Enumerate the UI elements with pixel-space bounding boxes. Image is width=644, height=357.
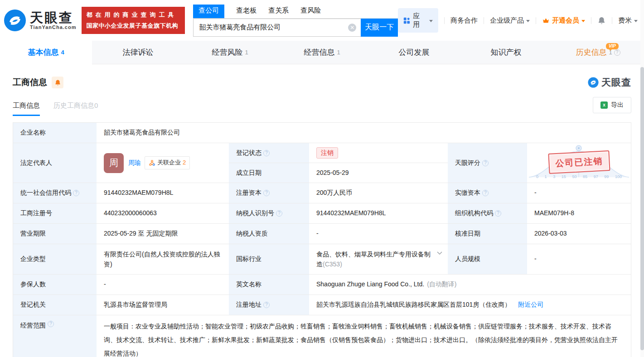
export-button[interactable]: x 导出 — [593, 97, 631, 113]
search-tab-boss[interactable]: 查老板 — [236, 5, 257, 18]
help-icon[interactable] — [263, 190, 270, 196]
related-count: 2 — [183, 158, 186, 167]
field-value-reg-number: 440232000060063 — [97, 203, 229, 224]
search-tab-risk[interactable]: 查风险 — [300, 5, 321, 18]
field-label-legal-rep: 法定代表人 — [13, 143, 97, 183]
notification-bell-icon[interactable] — [597, 16, 606, 25]
tab-count: 4 — [61, 49, 64, 56]
search-tab-relation[interactable]: 查关系 — [268, 5, 289, 18]
search-tabs: 查公司 查老板 查关系 查风险 — [193, 5, 398, 19]
chevron-down-icon[interactable] — [437, 251, 442, 255]
auto-translate-note: (自动翻译) — [427, 280, 456, 289]
tab-intellectual-property[interactable]: 知识产权 — [460, 41, 552, 64]
nearby-companies-link[interactable]: 附近公司 — [518, 300, 543, 310]
promo-line2: 国家中小企业发展子基金旗下机构 — [86, 22, 180, 30]
chevron-down-icon — [526, 20, 530, 22]
field-label-score: 天眼评分 — [448, 143, 527, 183]
divider — [612, 17, 612, 24]
field-label-approval-date: 核准日期 — [448, 224, 527, 244]
field-value-score: 0131550859799100 公司已注销 — [527, 143, 631, 183]
value-text: - — [104, 280, 106, 289]
value-text: 有限责任公司(自然人投资或控股的法人独资) — [104, 250, 222, 269]
business-coop-label: 商务合作 — [450, 16, 478, 25]
tab-legal-litigation[interactable]: 法律诉讼 — [92, 41, 184, 64]
tab-company-development[interactable]: 公司发展 — [368, 41, 460, 64]
address-text: 韶关市乳源瑶族自治县乳城镇民族路移民家属区首层101房（住改商） — [316, 300, 511, 310]
help-icon[interactable] — [614, 49, 620, 56]
legal-rep-link[interactable]: 周瑜 — [128, 158, 141, 168]
top-header: 天眼查 TianYanCha.com 都在用的商业查询工具 国家中小企业发展子基… — [0, 0, 644, 41]
field-value-industry: 食品、饮料、烟草及饲料生产专用设备制造(C353) — [309, 244, 448, 275]
field-value-approval-date: 2026-03-03 — [527, 224, 631, 244]
menu-enterprise-product[interactable]: 企业级产品 — [490, 16, 530, 25]
crown-icon — [542, 17, 550, 24]
menu-business-coop[interactable]: 商务合作 — [450, 16, 478, 25]
field-value-taxpayer-qual: - — [309, 224, 448, 244]
field-label-company-name: 企业名称 — [13, 123, 97, 143]
field-value-scope: 一般项目：农业专业及辅助性活动；智能农业管理；初级农产品收购；牲畜销售；畜牧渔业… — [97, 315, 631, 357]
tab-operating-info[interactable]: 经营信息 1 — [276, 41, 368, 64]
clear-search-icon[interactable]: ✕ — [348, 24, 356, 32]
help-icon[interactable] — [263, 302, 270, 308]
tab-label: 经营信息 — [304, 47, 334, 58]
field-label-establish-date: 成立日期 — [229, 163, 309, 183]
related-companies-badge[interactable]: 关联企业 2 — [145, 156, 190, 169]
help-icon[interactable] — [73, 190, 79, 196]
help-icon[interactable] — [482, 160, 489, 166]
search-button[interactable]: 天眼一下 — [361, 19, 398, 37]
search-module: 查公司 查老板 查关系 查风险 ✕ 天眼一下 — [193, 5, 398, 37]
open-vip-label: 开通会员 — [552, 16, 579, 25]
divider — [591, 17, 591, 24]
subtab-history-business-info[interactable]: 历史工商信息0 — [53, 101, 98, 116]
watermark-logo: 天眼查 — [588, 76, 631, 89]
field-value-uscc: 91440232MAEM079H8L — [97, 183, 229, 203]
scrollbar-thumb[interactable] — [640, 67, 644, 350]
field-value-insured: - — [97, 275, 229, 295]
tab-label: 法律诉讼 — [123, 47, 154, 58]
monitor-bell-button[interactable] — [52, 77, 63, 88]
scope-text: 一般项目：农业专业及辅助性活动；智能农业管理；初级农产品收购；牲畜销售；畜牧渔业… — [104, 319, 624, 357]
promo-banner: 都在用的商业查询工具 国家中小企业发展子基金旗下机构 — [82, 7, 185, 34]
user-menu[interactable]: 费米 — [618, 16, 638, 25]
logo-title: 天眼查 — [30, 11, 76, 24]
help-icon[interactable] — [263, 150, 270, 156]
value-text: 200万人民币 — [316, 188, 352, 198]
help-icon[interactable] — [482, 190, 489, 196]
field-value-reg-capital: 200万人民币 — [309, 183, 448, 203]
tab-history-info[interactable]: VIP 历史信息 1 — [552, 41, 644, 64]
label-text: 组织机构代码 — [455, 208, 493, 218]
label-text: 人员规模 — [455, 254, 480, 264]
username-label: 费米 — [618, 16, 632, 25]
label-text: 工商注册号 — [20, 208, 52, 218]
apps-menu[interactable]: 应用 — [398, 8, 438, 33]
value-text: - — [534, 254, 537, 264]
avatar[interactable]: 周 — [104, 153, 124, 173]
tianyancha-logo[interactable]: 天眼查 TianYanCha.com — [4, 9, 76, 32]
field-label-staff-size: 人员规模 — [448, 244, 527, 275]
logo-domain: TianYanCha.com — [30, 24, 76, 30]
section-header: 工商信息 天眼查 — [0, 64, 644, 89]
tab-operating-risk[interactable]: 经营风险 1 — [184, 41, 276, 64]
value-text: - — [534, 188, 537, 198]
tab-basic-info[interactable]: 基本信息 4 — [0, 41, 92, 64]
watermark-text: 天眼查 — [601, 76, 631, 89]
chevron-down-icon — [581, 20, 585, 22]
company-nav-tabs: 基本信息 4 法律诉讼 经营风险 1 经营信息 1 公司发展 知识产权 VIP … — [0, 41, 644, 64]
field-label-english-name: 英文名称 — [229, 275, 309, 295]
menu-open-vip[interactable]: 开通会员 — [542, 16, 585, 25]
help-icon[interactable] — [48, 321, 54, 327]
help-icon[interactable] — [495, 210, 501, 217]
search-input[interactable] — [193, 19, 361, 37]
subtab-business-info[interactable]: 工商信息 — [13, 101, 40, 116]
status-badge: 注销 — [316, 147, 338, 159]
scrollbar-track[interactable] — [640, 0, 644, 357]
field-value-english-name: Shaoguan Zhuge Liang Food Co., Ltd. (自动翻… — [309, 275, 631, 295]
field-label-reg-status: 登记状态 — [229, 143, 309, 163]
field-label-biz-term: 营业期限 — [13, 224, 97, 244]
field-value-org-code: MAEM079H-8 — [527, 203, 631, 224]
field-value-legal-rep: 周 周瑜 关联企业 2 — [97, 143, 229, 183]
help-icon[interactable] — [276, 210, 282, 217]
label-text: 企业名称 — [20, 128, 46, 138]
tab-count: 1 — [337, 49, 340, 56]
search-tab-company[interactable]: 查公司 — [193, 5, 224, 18]
